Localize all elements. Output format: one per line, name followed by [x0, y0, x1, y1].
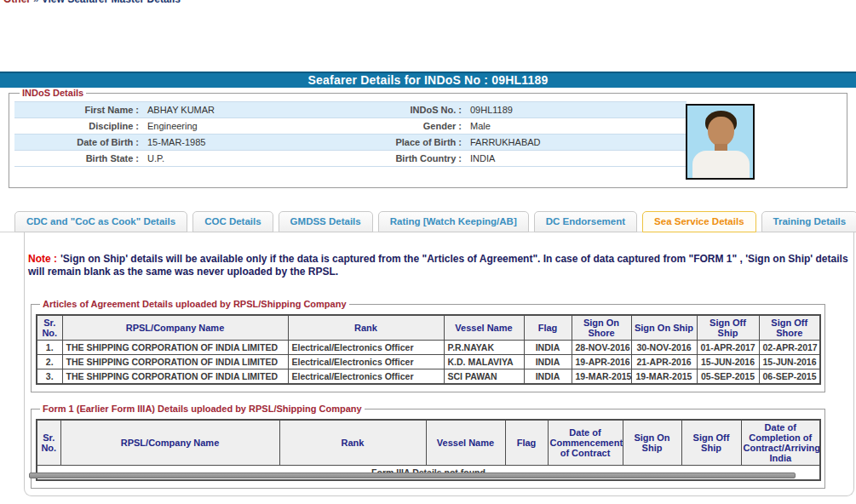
tab-sea-service-details[interactable]: Sea Service Details — [642, 211, 756, 232]
discipline-label: Discipline : — [14, 118, 142, 135]
col-vessel-name: Vessel Name — [426, 420, 505, 466]
tab-bar: CDC and "CoC as Cook" Details COC Detail… — [14, 211, 856, 232]
articles-row-3: 3. THE SHIPPING CORPORATION OF INDIA LIM… — [37, 369, 820, 385]
date-of-birth-label: Date of Birth : — [14, 135, 142, 151]
form1-legend: Form 1 (Earlier Form IIIA) Details uploa… — [40, 404, 365, 414]
cell-sign-on-ship: 19-MAR-2015 — [631, 369, 697, 385]
cell-company: THE SHIPPING CORPORATION OF INDIA LIMITE… — [62, 355, 288, 369]
note-body: 'Sign on Ship' details will be available… — [28, 253, 848, 278]
tab-content-panel: Note :'Sign on Ship' details will be ava… — [24, 232, 854, 496]
cell-sign-on-shore: 19-APR-2016 — [572, 355, 631, 369]
date-of-birth-value: 15-MAR-1985 — [142, 135, 359, 151]
birth-country-label: Birth Country : — [359, 151, 465, 167]
cell-sign-on-shore: 19-MAR-2015 — [572, 369, 631, 385]
breadcrumb-section[interactable]: Other — [3, 0, 31, 5]
col-rank: Rank — [279, 420, 426, 466]
cell-company: THE SHIPPING CORPORATION OF INDIA LIMITE… — [62, 341, 288, 355]
col-sr-no: Sr. No. — [37, 420, 60, 466]
indos-row-4: Birth State : U.P. Birth Country : INDIA — [14, 151, 687, 167]
cell-sr-no: 1. — [37, 341, 62, 355]
cell-sign-off-shore: 02-APR-2017 — [759, 341, 820, 355]
breadcrumb-separator: » — [33, 0, 39, 5]
cell-company: THE SHIPPING CORPORATION OF INDIA LIMITE… — [62, 369, 288, 385]
articles-table: Sr. No. RPSL/Company Name Rank Vessel Na… — [36, 314, 821, 385]
note-prefix: Note : — [28, 253, 57, 265]
gender-value: Male — [465, 118, 687, 135]
seafarer-details-page: Other»View Seafarer Master Details Seafa… — [0, 0, 856, 504]
col-flag: Flag — [524, 315, 572, 341]
first-name-value: ABHAY KUMAR — [142, 102, 359, 118]
articles-row-2: 2. THE SHIPPING CORPORATION OF INDIA LIM… — [37, 355, 820, 369]
indos-no-value: 09HL1189 — [465, 102, 687, 118]
breadcrumb: Other»View Seafarer Master Details — [3, 0, 181, 5]
photo-face — [708, 117, 734, 146]
cell-flag: INDIA — [524, 369, 572, 385]
tab-dc-endorsement[interactable]: DC Endorsement — [534, 211, 637, 232]
cell-sr-no: 3. — [37, 369, 62, 385]
col-date-of-commencement: Date of Commencement of Contract — [548, 420, 623, 466]
gender-label: Gender : — [359, 118, 465, 135]
tab-gmdss-details[interactable]: GMDSS Details — [279, 211, 373, 232]
cell-flag: INDIA — [524, 355, 572, 369]
birth-state-label: Birth State : — [14, 151, 142, 167]
indos-no-label: INDoS No. : — [359, 102, 465, 118]
cell-rank: Electrical/Electronics Officer — [288, 369, 444, 385]
cell-sign-off-ship: 15-JUN-2016 — [697, 355, 759, 369]
col-sr-no: Sr. No. — [37, 315, 62, 341]
col-sign-on-ship: Sign On Ship — [623, 420, 681, 466]
discipline-value: Engineering — [142, 118, 359, 135]
breadcrumb-current: View Seafarer Master Details — [42, 0, 181, 5]
tab-coc-details[interactable]: COC Details — [192, 211, 273, 232]
articles-row-1: 1. THE SHIPPING CORPORATION OF INDIA LIM… — [37, 341, 820, 355]
place-of-birth-label: Place of Birth : — [359, 135, 465, 151]
col-flag: Flag — [505, 420, 548, 466]
articles-of-agreement-section: Articles of Agreement Details uploaded b… — [31, 299, 825, 392]
col-sign-off-ship: Sign Off Ship — [697, 315, 759, 341]
cell-sr-no: 2. — [37, 355, 62, 369]
horizontal-scrollbar[interactable] — [29, 472, 796, 478]
note-text: Note :'Sign on Ship' details will be ava… — [28, 253, 848, 278]
cell-sign-off-ship: 05-SEP-2015 — [697, 369, 759, 385]
col-rpsl-company-name: RPSL/Company Name — [60, 420, 279, 466]
indos-row-1: First Name : ABHAY KUMAR INDoS No. : 09H… — [14, 102, 687, 118]
cell-sign-off-ship: 01-APR-2017 — [697, 341, 759, 355]
tab-cdc-coc-as-cook-details[interactable]: CDC and "CoC as Cook" Details — [14, 211, 187, 232]
indos-details-grid: First Name : ABHAY KUMAR INDoS No. : 09H… — [14, 101, 687, 167]
cell-sign-on-shore: 28-NOV-2016 — [572, 341, 631, 355]
cell-vessel: K.D. MALAVIYA — [444, 355, 524, 369]
cell-sign-on-ship: 30-NOV-2016 — [631, 341, 697, 355]
col-rpsl-company-name: RPSL/Company Name — [62, 315, 288, 341]
articles-legend: Articles of Agreement Details uploaded b… — [40, 299, 349, 309]
indos-row-2: Discipline : Engineering Gender : Male — [14, 118, 687, 135]
page-title: Seafarer Details for INDoS No : 09HL1189 — [308, 73, 549, 87]
indos-row-3: Date of Birth : 15-MAR-1985 Place of Bir… — [14, 135, 687, 151]
col-sign-on-ship: Sign On Ship — [631, 315, 697, 341]
indos-details-legend: INDoS Details — [20, 88, 86, 98]
col-sign-off-shore: Sign Off Shore — [759, 315, 820, 341]
articles-header-row: Sr. No. RPSL/Company Name Rank Vessel Na… — [37, 315, 820, 341]
col-sign-off-ship: Sign Off Ship — [681, 420, 741, 466]
col-sign-on-shore: Sign On Shore — [572, 315, 631, 341]
cell-sign-off-shore: 06-SEP-2015 — [759, 369, 820, 385]
page-title-bar: Seafarer Details for INDoS No : 09HL1189 — [0, 72, 856, 88]
tab-training-details[interactable]: Training Details — [761, 211, 856, 232]
first-name-label: First Name : — [14, 102, 142, 118]
cell-vessel: SCI PAWAN — [444, 369, 524, 385]
seafarer-photo — [686, 104, 755, 180]
col-vessel-name: Vessel Name — [444, 315, 524, 341]
cell-sign-off-shore: 15-JUN-2016 — [759, 355, 820, 369]
birth-state-value: U.P. — [142, 151, 359, 167]
cell-vessel: P.R.NAYAK — [444, 341, 524, 355]
cell-sign-on-ship: 21-APR-2016 — [631, 355, 697, 369]
cell-rank: Electrical/Electronics Officer — [288, 341, 444, 355]
birth-country-value: INDIA — [465, 151, 687, 167]
place-of-birth-value: FARRUKHABAD — [465, 135, 687, 151]
col-date-of-completion: Date of Completion of Contract/Arriving … — [741, 420, 820, 466]
photo-shirt — [692, 151, 750, 180]
form1-header-row: Sr. No. RPSL/Company Name Rank Vessel Na… — [37, 420, 820, 466]
col-rank: Rank — [288, 315, 444, 341]
cell-rank: Electrical/Electronics Officer — [288, 355, 444, 369]
tab-rating-watch-keeping-ab[interactable]: Rating [Watch Keeping/AB] — [378, 211, 529, 232]
cell-flag: INDIA — [524, 341, 572, 355]
